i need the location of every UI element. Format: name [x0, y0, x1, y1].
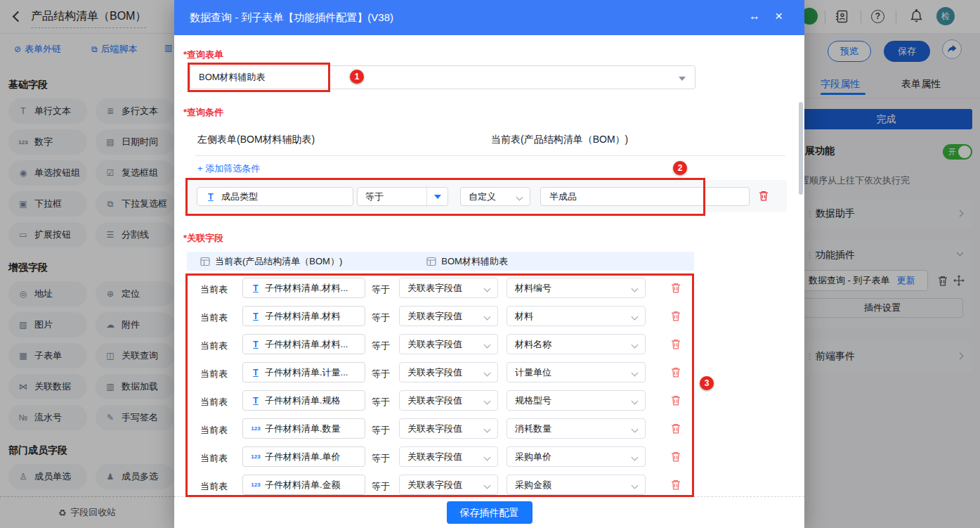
query-form-label: *查询表单: [183, 49, 223, 61]
chevron-down-icon: [484, 398, 491, 405]
relation-row: 当前表 T 子件材料清单.材料... 等于 关联表字段值 材料名称: [187, 330, 694, 359]
chevron-down-icon: [484, 454, 491, 461]
filter-condition-row: T 成品类型 等于 自定义 半成品: [187, 180, 787, 212]
row-match-select[interactable]: 关联表字段值: [399, 446, 498, 467]
query-form-select[interactable]: BOM材料辅助表: [190, 65, 695, 89]
row-target-select[interactable]: 材料: [507, 306, 646, 326]
condition-right-header: 当前表(产品结构清单（BOM）): [491, 134, 628, 146]
row-operator-label: 等于: [372, 396, 390, 408]
row-source-label: 当前表: [200, 311, 228, 324]
row-match-select[interactable]: 关联表字段值: [399, 418, 498, 439]
delete-filter-icon[interactable]: [758, 190, 769, 202]
relation-rows: 当前表 T 子件材料清单.材料... 等于 关联表字段值 材料编号: [187, 274, 694, 499]
row-target-select[interactable]: 采购单价: [507, 446, 646, 467]
filter-valuetype-select[interactable]: 自定义: [460, 187, 530, 206]
chevron-down-icon: [484, 370, 491, 377]
chevron-down-icon: [484, 342, 491, 349]
row-target-select[interactable]: 材料编号: [507, 278, 646, 298]
row-operator-label: 等于: [372, 340, 390, 352]
row-match-select[interactable]: 关联表字段值: [399, 475, 498, 495]
table-icon: [200, 257, 210, 266]
row-operator-label: 等于: [372, 480, 390, 493]
delete-row-icon[interactable]: [670, 310, 681, 322]
relation-row: 当前表 T 子件材料清单.规格 等于 关联表字段值 规格型号: [187, 387, 694, 415]
filter-value-input[interactable]: 半成品: [540, 187, 750, 206]
chevron-down-icon: [484, 285, 491, 292]
filter-field-input[interactable]: T 成品类型: [197, 187, 353, 206]
delete-row-icon[interactable]: [670, 451, 681, 463]
field-type-icon: 123: [249, 453, 262, 460]
operator-dropdown-segment[interactable]: [426, 188, 447, 205]
relation-table-header: 当前表(产品结构清单（BOM）) BOM材料辅助表: [187, 252, 694, 271]
row-field-input[interactable]: 123 子件材料清单.数量: [242, 418, 365, 439]
row-operator-label: 等于: [372, 452, 390, 465]
annotation-marker-1: 1: [350, 70, 364, 84]
field-type-icon: T: [249, 283, 262, 293]
relation-row: 当前表 123 子件材料清单.金额 等于 关联表字段值 采购金额: [187, 471, 694, 499]
row-field-input[interactable]: 123 子件材料清单.单价: [242, 446, 365, 467]
row-field-input[interactable]: T 子件材料清单.材料: [242, 306, 365, 326]
field-type-icon: T: [249, 368, 262, 378]
row-target-select[interactable]: 规格型号: [507, 390, 646, 411]
row-field-input[interactable]: T 子件材料清单.计量...: [242, 362, 365, 382]
expand-icon[interactable]: ↔: [749, 10, 760, 22]
add-filter-link[interactable]: + 添加筛选条件: [197, 162, 260, 175]
row-operator-label: 等于: [372, 311, 390, 324]
relation-row: 当前表 T 子件材料清单.材料 等于 关联表字段值 材料: [187, 302, 694, 330]
delete-row-icon[interactable]: [670, 394, 681, 406]
row-field-input[interactable]: 123 子件材料清单.金额: [242, 475, 365, 495]
annotation-marker-2: 2: [673, 161, 687, 175]
row-target-select[interactable]: 采购金额: [507, 475, 646, 495]
delete-row-icon[interactable]: [670, 282, 681, 294]
field-type-icon: T: [249, 311, 262, 321]
chevron-down-icon: [632, 285, 639, 292]
relation-fields-label: *关联字段: [183, 232, 223, 245]
row-match-select[interactable]: 关联表字段值: [399, 278, 498, 298]
delete-row-icon[interactable]: [670, 338, 681, 350]
modal-title: 数据查询 - 到子表单【功能插件配置】(V38): [190, 11, 393, 25]
row-operator-label: 等于: [372, 424, 390, 437]
save-plugin-config-button[interactable]: 保存插件配置: [447, 501, 533, 524]
query-condition-label: *查询条件: [183, 106, 223, 119]
chevron-down-icon: [632, 370, 639, 377]
text-field-icon: T: [204, 192, 217, 202]
relation-row: 当前表 T 子件材料清单.材料... 等于 关联表字段值 材料编号: [187, 274, 694, 302]
modal-scrollbar[interactable]: [799, 102, 803, 195]
relation-row: 当前表 123 子件材料清单.数量 等于 关联表字段值 消耗数量: [187, 415, 694, 443]
relation-row: 当前表 123 子件材料清单.单价 等于 关联表字段值 采购单价: [187, 443, 694, 471]
chevron-down-icon: [632, 482, 639, 489]
chevron-down-icon: [484, 482, 491, 489]
chevron-down-icon: [632, 426, 639, 433]
field-type-icon: T: [249, 340, 262, 349]
row-field-input[interactable]: T 子件材料清单.材料...: [242, 334, 365, 354]
row-target-select[interactable]: 材料名称: [507, 334, 646, 354]
row-match-select[interactable]: 关联表字段值: [399, 334, 498, 354]
chevron-down-icon: [516, 194, 523, 201]
modal-header: 数据查询 - 到子表单【功能插件配置】(V38) ↔ ×: [174, 0, 804, 35]
row-operator-label: 等于: [372, 283, 390, 296]
row-source-label: 当前表: [200, 283, 228, 296]
delete-row-icon[interactable]: [670, 479, 681, 491]
row-match-select[interactable]: 关联表字段值: [399, 306, 498, 326]
field-type-icon: 123: [249, 425, 262, 432]
close-icon[interactable]: ×: [775, 8, 783, 24]
dropdown-arrow-icon: [434, 195, 441, 199]
delete-row-icon[interactable]: [670, 366, 681, 378]
chevron-down-icon: [632, 342, 639, 349]
chevron-down-icon: [632, 314, 639, 321]
row-field-input[interactable]: T 子件材料清单.材料...: [242, 278, 365, 298]
row-match-select[interactable]: 关联表字段值: [399, 362, 498, 382]
filter-operator-select[interactable]: 等于: [357, 187, 448, 206]
delete-row-icon[interactable]: [670, 423, 681, 434]
relation-row: 当前表 T 子件材料清单.计量... 等于 关联表字段值 计量单位: [187, 359, 694, 387]
row-field-input[interactable]: T 子件材料清单.规格: [242, 390, 365, 411]
row-target-select[interactable]: 计量单位: [507, 362, 646, 382]
condition-left-header: 左侧表单(BOM材料辅助表): [197, 134, 315, 146]
row-source-label: 当前表: [200, 480, 228, 493]
table-icon: [426, 257, 436, 266]
row-source-label: 当前表: [200, 452, 228, 465]
row-source-label: 当前表: [200, 396, 228, 408]
dropdown-arrow-icon: [679, 77, 686, 81]
row-target-select[interactable]: 消耗数量: [507, 418, 646, 439]
row-match-select[interactable]: 关联表字段值: [399, 390, 498, 411]
